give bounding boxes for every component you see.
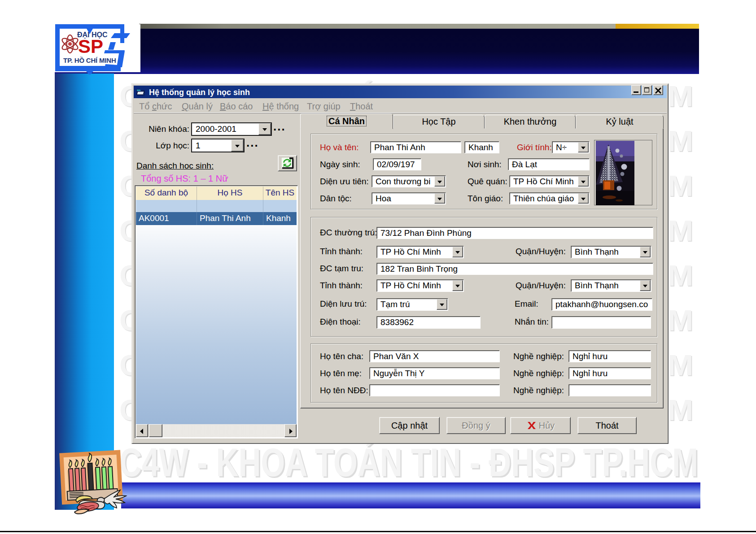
svg-text:TP. HỒ CHÍ MINH: TP. HỒ CHÍ MINH: [63, 56, 116, 64]
svg-text:SP: SP: [78, 36, 103, 57]
svg-text:C4W - KHOA TOÁN TIN - ĐHSP TP.: C4W - KHOA TOÁN TIN - ĐHSP TP.HCM: [119, 440, 698, 485]
